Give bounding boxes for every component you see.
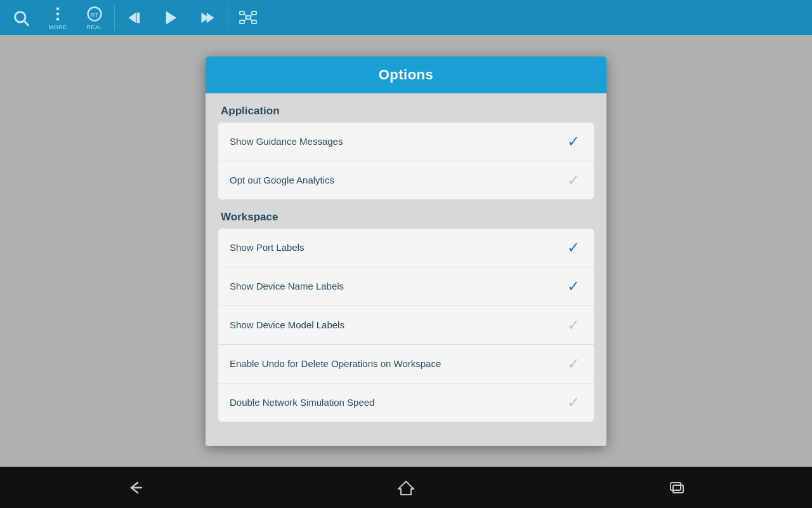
svg-rect-16 [252,20,256,23]
option-double-network-sim-speed-check: ✓ [565,394,582,411]
nav-recents-button[interactable] [652,473,702,502]
main-area: Options Application Show Guidance Messag… [0,35,812,467]
option-double-network-sim-speed[interactable]: Double Network Simulation Speed ✓ [218,384,594,422]
nav-home-button[interactable] [381,473,431,502]
toolbar-fastforward-button[interactable] [190,0,226,35]
option-enable-undo-delete-check: ✓ [565,355,582,373]
toolbar-divider-2 [228,5,228,30]
option-show-port-labels[interactable]: Show Port Labels ✓ [218,229,594,267]
svg-point-4 [56,17,60,20]
option-show-guidance-messages-label: Show Guidance Messages [230,136,343,147]
svg-line-18 [244,17,246,22]
dialog-body: Application Show Guidance Messages ✓ Opt… [206,93,606,446]
svg-rect-13 [246,16,251,19]
section-application-label: Application [218,105,594,117]
svg-rect-14 [240,20,244,23]
dialog-title: Options [379,67,434,83]
svg-marker-9 [166,11,176,24]
option-show-guidance-messages[interactable]: Show Guidance Messages ✓ [218,123,594,161]
option-show-guidance-messages-check: ✓ [565,133,582,150]
nav-back-button[interactable] [110,473,160,502]
svg-rect-8 [137,12,140,22]
svg-line-20 [251,17,252,22]
svg-rect-15 [252,11,256,15]
option-show-device-model-labels[interactable]: Show Device Model Labels ✓ [218,306,594,345]
section-workspace-label: Workspace [218,211,594,224]
option-enable-undo-delete-label: Enable Undo for Delete Operations on Wor… [230,358,441,369]
option-opt-out-google-analytics[interactable]: Opt out Google Analytics ✓ [218,161,594,199]
svg-marker-7 [129,12,136,22]
toolbar-topology-button[interactable] [230,0,266,35]
svg-line-1 [24,21,28,25]
option-show-device-model-labels-label: Show Device Model Labels [230,319,344,330]
toolbar-real-button[interactable]: RT REAL [76,0,113,35]
svg-point-3 [56,12,60,15]
option-opt-out-google-analytics-label: Opt out Google Analytics [230,175,334,185]
toolbar-more-label: MORE [49,24,67,30]
application-options-group: Show Guidance Messages ✓ Opt out Google … [218,123,594,199]
dialog-header: Options [206,57,606,93]
toolbar-play-button[interactable] [153,0,190,35]
option-show-port-labels-label: Show Port Labels [230,242,304,253]
toolbar-more-button[interactable]: MORE [39,0,76,35]
option-show-device-name-labels-check: ✓ [565,277,582,295]
svg-rect-24 [673,485,683,493]
option-show-device-model-labels-check: ✓ [565,316,582,334]
svg-marker-22 [398,481,414,495]
toolbar-real-label: REAL [86,24,103,30]
svg-rect-23 [671,483,681,490]
svg-rect-12 [240,11,244,15]
option-show-device-name-labels-label: Show Device Name Labels [230,281,344,291]
toolbar-camera-button[interactable] [3,0,39,35]
svg-line-17 [244,13,246,17]
options-dialog: Options Application Show Guidance Messag… [206,57,606,446]
toolbar-rewind-button[interactable] [116,0,153,35]
toolbar-divider-1 [114,5,115,30]
option-show-device-name-labels[interactable]: Show Device Name Labels ✓ [218,267,594,306]
workspace-options-group: Show Port Labels ✓ Show Device Name Labe… [218,229,594,422]
option-enable-undo-delete[interactable]: Enable Undo for Delete Operations on Wor… [218,345,594,384]
svg-line-19 [251,13,252,17]
option-opt-out-google-analytics-check: ✓ [565,171,582,189]
bottom-nav [0,467,812,508]
toolbar: MORE RT REAL [0,0,812,35]
option-double-network-sim-speed-label: Double Network Simulation Speed [230,397,374,408]
option-show-port-labels-check: ✓ [565,239,582,257]
svg-point-2 [56,7,60,10]
svg-text:RT: RT [91,11,99,18]
